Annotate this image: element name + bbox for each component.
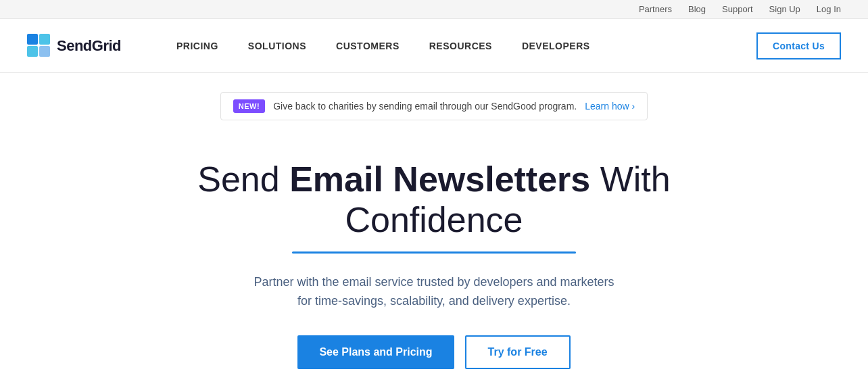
try-for-free-button[interactable]: Try for Free xyxy=(465,335,571,369)
svg-rect-0 xyxy=(27,34,38,45)
signup-link[interactable]: Sign Up xyxy=(769,4,800,14)
logo[interactable]: SendGrid xyxy=(27,34,121,58)
svg-rect-1 xyxy=(39,34,50,45)
logo-text: SendGrid xyxy=(57,37,121,55)
utility-bar: Partners Blog Support Sign Up Log In xyxy=(0,0,868,19)
hero-title: Send Email Newsletters With Confidence xyxy=(130,160,738,241)
support-link[interactable]: Support xyxy=(722,4,753,14)
hero-subtitle-line2: for time-savings, scalability, and deliv… xyxy=(297,294,571,308)
banner-inner: NEW! Give back to charities by sending e… xyxy=(220,92,648,120)
banner-text: Give back to charities by sending email … xyxy=(273,101,577,112)
see-plans-button[interactable]: See Plans and Pricing xyxy=(297,335,454,369)
banner-learn-more-link[interactable]: Learn how › xyxy=(585,101,635,112)
hero-underline xyxy=(292,251,576,254)
hero-title-bold: Email Newsletters xyxy=(289,160,590,199)
main-nav: SendGrid PRICING SOLUTIONS CUSTOMERS RES… xyxy=(0,19,868,73)
banner: NEW! Give back to charities by sending e… xyxy=(0,80,868,133)
hero-title-part1: Send xyxy=(197,160,289,199)
logo-icon xyxy=(27,34,51,58)
hero-buttons: See Plans and Pricing Try for Free xyxy=(297,335,570,369)
nav-resources[interactable]: RESOURCES xyxy=(414,19,507,73)
new-badge: NEW! xyxy=(233,99,265,113)
blog-link[interactable]: Blog xyxy=(688,4,706,14)
nav-customers[interactable]: CUSTOMERS xyxy=(321,19,414,73)
hero-section: Send Email Newsletters With Confidence P… xyxy=(0,133,868,384)
login-link[interactable]: Log In xyxy=(817,4,841,14)
svg-rect-3 xyxy=(39,46,50,57)
hero-subtitle: Partner with the email service trusted b… xyxy=(254,272,614,312)
hero-subtitle-line1: Partner with the email service trusted b… xyxy=(254,275,614,289)
nav-developers[interactable]: DEVELOPERS xyxy=(507,19,605,73)
partners-link[interactable]: Partners xyxy=(639,4,672,14)
contact-us-button[interactable]: Contact Us xyxy=(756,32,841,59)
nav-links: PRICING SOLUTIONS CUSTOMERS RESOURCES DE… xyxy=(162,19,756,73)
nav-solutions[interactable]: SOLUTIONS xyxy=(233,19,321,73)
svg-rect-2 xyxy=(27,46,38,57)
nav-pricing[interactable]: PRICING xyxy=(162,19,233,73)
